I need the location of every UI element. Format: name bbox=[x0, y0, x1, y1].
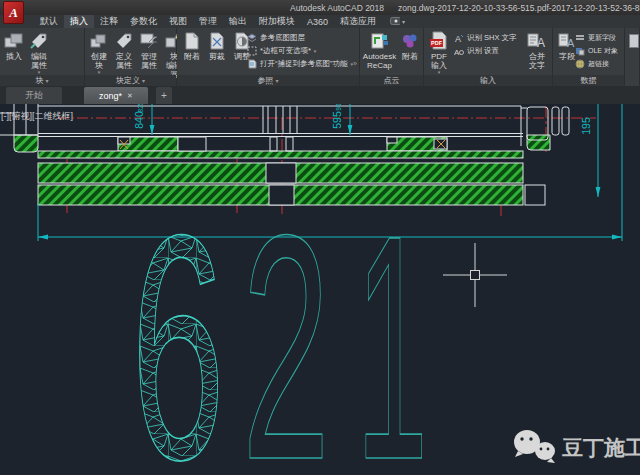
recap-label-2: ReCap bbox=[367, 61, 392, 70]
tab-parametric[interactable]: 参数化 bbox=[124, 15, 163, 28]
hyperlink-label: 超链接 bbox=[588, 59, 609, 69]
pdf-import-button[interactable]: PDF PDF 输入 ▾ bbox=[427, 30, 451, 75]
pdf-icon: PDF bbox=[429, 30, 449, 52]
panel-point-cloud: Autodesk ReCap 附着 点云 bbox=[360, 28, 424, 86]
field-icon: A bbox=[558, 30, 576, 52]
autodesk-recap-button[interactable]: Autodesk ReCap bbox=[362, 30, 397, 70]
update-fields-button[interactable]: 更新字段 bbox=[575, 32, 618, 44]
attach-point-cloud-button[interactable]: 附着 bbox=[398, 30, 422, 61]
tab-manage[interactable]: 管理 bbox=[193, 15, 223, 28]
layers-icon bbox=[247, 33, 257, 43]
manage-attributes-button[interactable]: 管理 属性 bbox=[137, 30, 161, 70]
snap-to-underlay-button[interactable]: 打开“捕捉到参考底图”功能 ▾ bbox=[247, 58, 353, 70]
create-block-button[interactable]: 创建块 ▾ bbox=[87, 30, 111, 75]
big-number-621[interactable]: 6 2 1 bbox=[131, 168, 428, 475]
new-drawing-tab-button[interactable]: + bbox=[156, 87, 172, 104]
define-attributes-button[interactable]: 定义属性 bbox=[112, 30, 136, 70]
plus-icon: + bbox=[161, 90, 167, 101]
ole-object-label: OLE 对象 bbox=[588, 46, 618, 56]
panel-label-data[interactable]: 数据 bbox=[553, 75, 624, 86]
drawing-viewport[interactable]: [-][俯视][二维线框] bbox=[0, 104, 640, 475]
hyperlink-globe-icon bbox=[575, 59, 585, 69]
clip-label: 剪裁 bbox=[209, 52, 225, 61]
tab-a360[interactable]: A360 bbox=[301, 15, 334, 28]
clip-reference-button[interactable]: 剪裁 bbox=[205, 30, 229, 61]
recorder-caret-icon: ▾ bbox=[402, 18, 405, 25]
file-tab-zong[interactable]: zong* ✕ bbox=[84, 87, 148, 104]
digit-2: 2 bbox=[242, 168, 330, 475]
snap-to-underlay-label: 打开“捕捉到参考底图”功能 bbox=[260, 59, 348, 69]
tab-insert[interactable]: 插入 bbox=[64, 15, 94, 28]
svg-text:A: A bbox=[537, 36, 545, 50]
tab-annotate[interactable]: 注释 bbox=[94, 15, 124, 28]
edit-attr-label-1: 编辑 bbox=[31, 52, 47, 61]
zong-tab-label: zong* bbox=[99, 91, 122, 101]
panel-reference-label: 参照 bbox=[257, 75, 273, 86]
manage-attr-label-1: 管理 bbox=[141, 52, 157, 61]
settings-icon: A bbox=[454, 46, 464, 56]
close-tab-icon[interactable]: ✕ bbox=[127, 92, 133, 100]
ribbon-tab-bar: 默认 插入 注释 参数化 视图 管理 输出 附加模块 A360 精选应用 ▾ bbox=[0, 15, 640, 28]
digit-6: 6 bbox=[131, 168, 225, 475]
start-tab-label: 开始 bbox=[25, 89, 43, 102]
panel-import: PDF PDF 输入 ▾ A 识别 SHX 文字 A 识别 设置 A 合并 文字 bbox=[424, 28, 553, 86]
viewport-controls[interactable]: [-][俯视][二维线框] bbox=[1, 110, 73, 123]
clip-page-icon bbox=[209, 30, 225, 52]
panel-block-definition: 创建块 ▾ 定义属性 管理 属性 块 编辑器 块定义 bbox=[85, 28, 177, 86]
dim-595: 595 bbox=[331, 111, 343, 129]
frame-icon bbox=[247, 46, 257, 56]
tab-view[interactable]: 视图 bbox=[163, 15, 193, 28]
panel-block-label: 块 bbox=[35, 75, 43, 86]
panel-reference-caret-icon: ▾ bbox=[275, 77, 278, 84]
edit-attributes-button[interactable]: 编辑 属性 ▾ bbox=[27, 30, 51, 75]
tab-featured-apps[interactable]: 精选应用 bbox=[334, 15, 382, 28]
combine-text-button[interactable]: A 合并 文字 bbox=[525, 30, 549, 70]
panel-data-label: 数据 bbox=[581, 75, 597, 86]
recorder-icon bbox=[390, 17, 400, 27]
tab-output[interactable]: 输出 bbox=[223, 15, 253, 28]
drawing-canvas[interactable]: 840 825 595 90 195 6 2 1 bbox=[0, 104, 640, 475]
file-tab-start[interactable]: 开始 bbox=[6, 87, 62, 104]
tab-default[interactable]: 默认 bbox=[34, 15, 64, 28]
file-tab-bar: 开始 zong* ✕ + bbox=[0, 86, 640, 104]
svg-text:A: A bbox=[455, 34, 461, 44]
attach-pc-label: 附着 bbox=[402, 52, 418, 61]
underlay-layers-button[interactable]: 参考底图图层 bbox=[247, 32, 353, 44]
panel-label-point-cloud[interactable]: 点云 bbox=[360, 75, 423, 86]
block-cube-icon bbox=[4, 30, 24, 52]
document-title: zong.dwg-2017-12-20-10-33-56-515.pdf-201… bbox=[398, 0, 640, 15]
insert-label: 插入 bbox=[6, 52, 22, 61]
partial-panel bbox=[625, 28, 640, 86]
manage-attr-icon bbox=[140, 30, 158, 52]
panel-data: A 字段 更新字段 OLE 对象 超链接 数据 bbox=[553, 28, 625, 86]
recap-label-1: Autodesk bbox=[363, 52, 396, 61]
create-block-label: 创建块 bbox=[88, 52, 110, 70]
frames-vary-button[interactable]: *边框可变选项* ▾ bbox=[247, 45, 353, 57]
recognize-shx-text-button[interactable]: A 识别 SHX 文字 bbox=[454, 32, 517, 44]
panel-blockdef-caret-icon: ▾ bbox=[142, 77, 145, 84]
panel-reference: 附着 剪裁 调整 参考底图图层 *边框可变选项* ▾ bbox=[177, 28, 360, 86]
ole-object-button[interactable]: OLE 对象 bbox=[575, 45, 618, 57]
performance-recorder-button[interactable]: ▾ bbox=[390, 15, 405, 28]
panel-label-block[interactable]: 块 ▾ bbox=[0, 75, 84, 86]
panel-label-import[interactable]: 输入 bbox=[424, 75, 552, 86]
attach-reference-button[interactable]: 附着 bbox=[180, 30, 204, 61]
wechat-icon bbox=[514, 430, 555, 463]
tab-addins[interactable]: 附加模块 bbox=[253, 15, 301, 28]
define-attr-label: 定义属性 bbox=[113, 52, 135, 70]
panel-label-reference[interactable]: 参照 ▾ bbox=[177, 75, 359, 86]
hyperlink-button[interactable]: 超链接 bbox=[575, 58, 618, 70]
panel-blockdef-label: 块定义 bbox=[116, 75, 140, 86]
panel-flyout-icon[interactable]: » bbox=[353, 60, 357, 67]
manage-attr-label-2: 属性 bbox=[141, 61, 157, 70]
watermark-text: 豆丁施工 bbox=[562, 436, 640, 459]
recognition-settings-button[interactable]: A 识别 设置 bbox=[454, 45, 517, 57]
svg-text:A: A bbox=[567, 37, 575, 49]
panel-label-block-definition[interactable]: 块定义 ▾ bbox=[85, 75, 176, 86]
recognize-shx-label: 识别 SHX 文字 bbox=[467, 33, 517, 43]
shx-text-icon: A bbox=[454, 33, 464, 43]
attribute-tag-icon bbox=[29, 30, 49, 52]
panel-block-caret-icon: ▾ bbox=[45, 77, 48, 84]
insert-block-button[interactable]: 插入 bbox=[2, 30, 26, 61]
autocad-logo-button[interactable]: A bbox=[3, 1, 24, 24]
